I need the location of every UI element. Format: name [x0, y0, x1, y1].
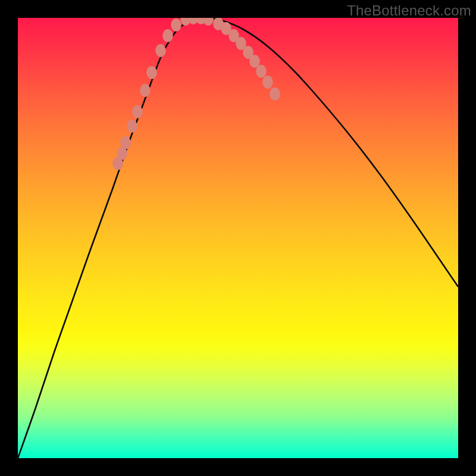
highlight-dot	[120, 136, 131, 149]
highlight-dot	[262, 76, 273, 89]
highlight-dot	[270, 87, 280, 101]
markers-layer	[18, 18, 458, 458]
highlight-dot	[249, 55, 260, 68]
highlight-dot	[171, 18, 181, 32]
plot-area	[18, 18, 458, 458]
highlight-dot	[155, 44, 166, 57]
highlight-dots	[112, 18, 280, 170]
highlight-dot	[127, 120, 137, 133]
highlight-dot	[146, 66, 157, 79]
watermark-text: TheBottleneck.com	[347, 2, 471, 19]
chart-frame: TheBottleneck.com	[0, 0, 476, 476]
highlight-dot	[140, 84, 151, 97]
highlight-dot	[162, 29, 173, 42]
highlight-dot	[203, 18, 214, 26]
highlight-dot	[256, 65, 267, 78]
highlight-dot	[132, 105, 143, 118]
